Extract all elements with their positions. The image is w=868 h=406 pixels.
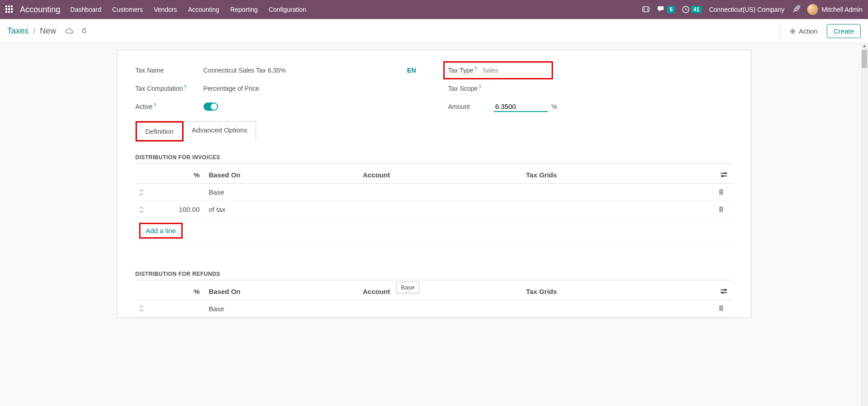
- amount-suffix: %: [552, 103, 557, 110]
- active-toggle[interactable]: [204, 103, 218, 111]
- nav-configuration[interactable]: Configuration: [269, 6, 306, 13]
- svg-point-5: [721, 291, 723, 293]
- columns-options-icon[interactable]: [720, 289, 727, 294]
- add-line-button[interactable]: Add a line: [143, 225, 179, 236]
- tax-name-label: Tax Name: [136, 67, 204, 74]
- company-selector[interactable]: Connecticut(US) Company: [709, 6, 785, 13]
- help-icon[interactable]: ?: [474, 67, 477, 72]
- row-pct[interactable]: [151, 184, 205, 201]
- field-tax-name: Tax Name Connecticut Sales Tax 6.35% EN: [136, 61, 425, 79]
- delete-row-icon[interactable]: [715, 300, 733, 317]
- nav-accounting[interactable]: Accounting: [188, 6, 219, 13]
- columns-options-icon[interactable]: [720, 172, 727, 177]
- invoices-title: DISTRIBUTION FOR INVOICES: [136, 154, 733, 164]
- tax-computation-value[interactable]: Percentage of Price: [204, 85, 425, 92]
- help-icon[interactable]: ?: [154, 103, 156, 108]
- nav-customers[interactable]: Customers: [112, 6, 143, 13]
- col-pct: %: [151, 166, 205, 184]
- section-invoices: DISTRIBUTION FOR INVOICES % Based On Acc…: [136, 154, 733, 257]
- tab-advanced-options[interactable]: Advanced Options: [184, 121, 256, 142]
- field-active: Active ?: [136, 98, 425, 116]
- svg-point-1: [792, 30, 794, 32]
- delete-row-icon[interactable]: [715, 184, 733, 201]
- control-right: Action Create: [780, 23, 861, 39]
- discard-icon[interactable]: [81, 28, 88, 35]
- avatar: [807, 4, 818, 15]
- table-row[interactable]: Base: [136, 184, 733, 201]
- row-taxgrids[interactable]: [523, 201, 715, 218]
- tax-scope-label: Tax Scope ?: [448, 85, 516, 92]
- tax-name-value[interactable]: Connecticut Sales Tax 6.35%: [204, 67, 407, 74]
- tax-type-label: Tax Type ?: [448, 67, 483, 74]
- row-basedon[interactable]: of tax: [205, 201, 359, 218]
- tax-computation-label: Tax Computation ?: [136, 85, 204, 92]
- messages-badge: 5: [667, 6, 675, 13]
- row-basedon[interactable]: Base: [205, 300, 359, 317]
- activities-icon[interactable]: 41: [682, 6, 702, 13]
- row-pct[interactable]: [151, 300, 205, 317]
- field-grid: Tax Name Connecticut Sales Tax 6.35% EN …: [136, 61, 733, 116]
- row-taxgrids[interactable]: [523, 300, 715, 317]
- nav-reporting[interactable]: Reporting: [230, 6, 258, 13]
- col-account: Account: [359, 283, 523, 300]
- col-basedon: Based On: [205, 166, 359, 184]
- drag-handle-icon[interactable]: [136, 201, 151, 218]
- nav-right: 5 41 Connecticut(US) Company Mitchell Ad…: [642, 4, 863, 15]
- breadcrumb: Taxes / New: [7, 26, 88, 36]
- nav-dashboard[interactable]: Dashboard: [70, 6, 102, 13]
- amount-input[interactable]: [494, 102, 548, 112]
- scrollbar-thumb[interactable]: [862, 50, 867, 68]
- form-sheet: Tax Name Connecticut Sales Tax 6.35% EN …: [117, 50, 752, 318]
- table-row[interactable]: Base: [136, 300, 733, 317]
- tooltip-text: Base: [401, 284, 415, 291]
- apps-icon[interactable]: [5, 5, 14, 14]
- help-icon[interactable]: ?: [184, 85, 187, 90]
- main: Tax Name Connecticut Sales Tax 6.35% EN …: [0, 44, 868, 406]
- row-taxgrids[interactable]: [523, 184, 715, 201]
- nav-menu: Dashboard Customers Vendors Accounting R…: [70, 6, 306, 13]
- field-amount: Amount %: [443, 98, 733, 116]
- lang-badge[interactable]: EN: [407, 67, 416, 74]
- row-account[interactable]: [359, 300, 523, 317]
- tools-icon[interactable]: [792, 5, 800, 14]
- breadcrumb-sep: /: [33, 26, 35, 36]
- active-label: Active ?: [136, 103, 204, 110]
- section-refunds: DISTRIBUTION FOR REFUNDS % Based On Acco…: [136, 271, 733, 318]
- create-button[interactable]: Create: [827, 24, 861, 38]
- col-taxgrids: Tax Grids: [523, 283, 715, 300]
- breadcrumb-current: New: [40, 26, 56, 36]
- breadcrumb-root[interactable]: Taxes: [7, 26, 29, 36]
- gear-icon: [790, 28, 796, 34]
- cloud-save-icon[interactable]: [65, 28, 73, 34]
- action-button[interactable]: Action: [790, 27, 818, 35]
- tax-type-value[interactable]: Sales: [483, 67, 548, 74]
- table-row[interactable]: 100.00 of tax: [136, 201, 733, 218]
- row-account[interactable]: [359, 184, 523, 201]
- brand[interactable]: Accounting: [20, 5, 60, 15]
- tooltip: Base: [396, 282, 420, 293]
- drag-handle-icon[interactable]: [136, 184, 151, 201]
- messages-icon[interactable]: 5: [657, 6, 675, 13]
- user-menu[interactable]: Mitchell Admin: [807, 4, 863, 15]
- row-pct[interactable]: 100.00: [151, 201, 205, 218]
- tab-definition[interactable]: Definition: [137, 122, 183, 140]
- scroll-up-icon[interactable]: ▲: [861, 44, 868, 50]
- nav-vendors[interactable]: Vendors: [154, 6, 177, 13]
- support-icon[interactable]: [642, 6, 650, 13]
- invoices-table: % Based On Account Tax Grids: [136, 166, 733, 257]
- drag-handle-icon[interactable]: [136, 300, 151, 317]
- action-label: Action: [799, 27, 818, 35]
- activities-badge: 41: [691, 6, 702, 13]
- svg-point-2: [724, 172, 726, 175]
- scrollbar[interactable]: ▲: [861, 44, 868, 406]
- svg-point-3: [721, 175, 723, 177]
- field-tax-computation: Tax Computation ? Percentage of Price: [136, 79, 425, 98]
- amount-label: Amount: [448, 103, 494, 110]
- tabs: Definition Advanced Options: [136, 121, 733, 142]
- col-account: Account: [359, 166, 523, 184]
- help-icon[interactable]: ?: [479, 85, 481, 90]
- delete-row-icon[interactable]: [715, 201, 733, 218]
- col-basedon: Based On: [205, 283, 359, 300]
- row-account[interactable]: [359, 201, 523, 218]
- row-basedon[interactable]: Base: [205, 184, 359, 201]
